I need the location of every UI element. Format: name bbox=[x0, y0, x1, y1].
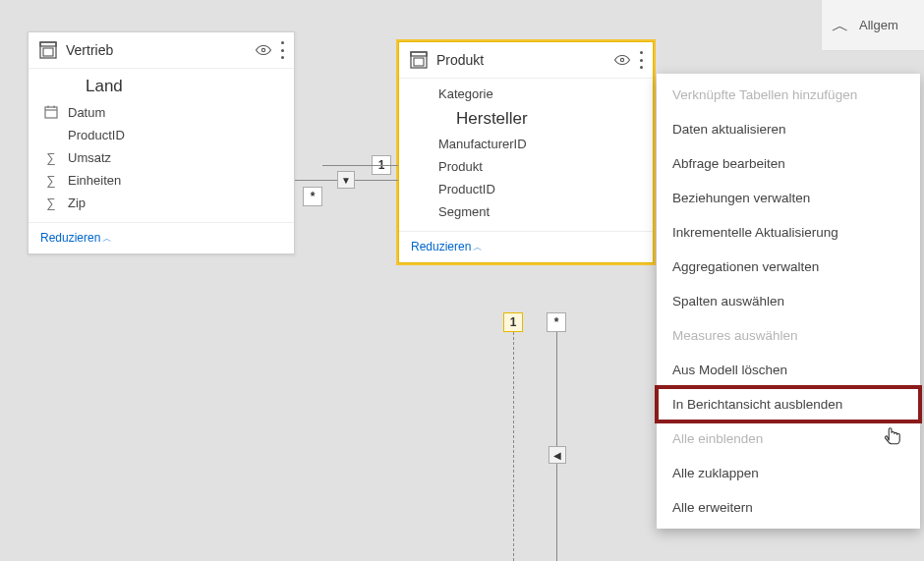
field-label: Hersteller bbox=[456, 109, 528, 129]
field-row[interactable]: ProductID bbox=[399, 178, 653, 200]
visibility-icon[interactable] bbox=[255, 41, 272, 59]
field-row[interactable]: ∑Zip bbox=[29, 192, 294, 214]
model-canvas[interactable]: Vertrieb Land Datum ProductID ∑Umsatz ∑E… bbox=[0, 0, 924, 561]
field-row[interactable]: Land bbox=[29, 73, 294, 100]
field-label: ProductID bbox=[68, 128, 125, 142]
cardinality-many: * bbox=[547, 312, 566, 332]
card-footer: Reduzieren︿ bbox=[29, 222, 294, 253]
ctx-refresh-data[interactable]: Daten aktualisieren bbox=[657, 112, 920, 146]
field-label: Datum bbox=[68, 105, 105, 120]
field-list: Land Datum ProductID ∑Umsatz ∑Einheiten … bbox=[29, 69, 294, 222]
table-title: Produkt bbox=[436, 52, 606, 68]
svg-rect-4 bbox=[45, 107, 57, 118]
cardinality-one: 1 bbox=[503, 312, 523, 332]
sigma-icon: ∑ bbox=[42, 150, 60, 165]
more-options-icon[interactable] bbox=[280, 41, 284, 59]
ctx-select-columns[interactable]: Spalten auswählen bbox=[657, 284, 920, 318]
field-label: Segment bbox=[438, 204, 490, 219]
field-row[interactable]: ∑Einheiten bbox=[29, 169, 294, 192]
context-menu: Verknüpfte Tabellen hinzufügen Daten akt… bbox=[657, 74, 920, 529]
card-footer: Reduzieren︿ bbox=[399, 231, 653, 262]
field-row[interactable]: ManufacturerID bbox=[399, 133, 653, 155]
svg-point-3 bbox=[261, 48, 264, 51]
card-header: Produkt bbox=[399, 42, 653, 79]
properties-pane-header[interactable]: ︿ Allgem bbox=[821, 0, 924, 51]
ctx-delete-from-model[interactable]: Aus Modell löschen bbox=[657, 353, 920, 387]
field-row[interactable]: Datum bbox=[29, 100, 294, 124]
ctx-add-related-tables: Verknüpfte Tabellen hinzufügen bbox=[657, 78, 920, 112]
field-label: ProductID bbox=[438, 182, 495, 196]
visibility-icon[interactable] bbox=[613, 51, 631, 69]
field-row[interactable]: Produkt bbox=[399, 155, 653, 178]
ctx-expand-all[interactable]: Alle erweitern bbox=[657, 490, 920, 525]
field-row[interactable]: Hersteller bbox=[399, 105, 653, 133]
table-card-produkt[interactable]: Produkt Kategorie Hersteller Manufacture… bbox=[398, 41, 654, 263]
field-label: Einheiten bbox=[68, 173, 121, 188]
collapse-label: Reduzieren bbox=[40, 231, 100, 245]
ctx-manage-aggregations[interactable]: Aggregationen verwalten bbox=[657, 250, 920, 284]
card-header: Vertrieb bbox=[29, 32, 294, 69]
field-row[interactable]: Kategorie bbox=[399, 83, 653, 105]
ctx-edit-query[interactable]: Abfrage bearbeiten bbox=[657, 146, 920, 181]
more-options-icon[interactable] bbox=[639, 51, 643, 69]
ctx-select-measures: Measures auswählen bbox=[657, 318, 920, 353]
chevron-up-icon: ︿ bbox=[473, 242, 483, 252]
svg-point-11 bbox=[620, 58, 623, 61]
sigma-icon: ∑ bbox=[42, 173, 60, 188]
svg-rect-9 bbox=[411, 52, 427, 56]
svg-rect-1 bbox=[40, 42, 56, 46]
field-row[interactable]: ProductID bbox=[29, 124, 294, 146]
pane-title: Allgem bbox=[859, 18, 898, 32]
field-list: Kategorie Hersteller ManufacturerID Prod… bbox=[399, 79, 653, 231]
collapse-link[interactable]: Reduzieren︿ bbox=[411, 240, 483, 253]
calendar-icon bbox=[42, 104, 60, 120]
svg-rect-2 bbox=[43, 48, 53, 56]
field-label: Kategorie bbox=[438, 86, 493, 101]
table-icon bbox=[409, 50, 429, 70]
field-row[interactable]: ∑Umsatz bbox=[29, 146, 294, 169]
table-icon bbox=[38, 40, 58, 60]
field-row[interactable]: Segment bbox=[399, 200, 653, 223]
relationship-line bbox=[322, 165, 398, 166]
table-title: Vertrieb bbox=[66, 42, 247, 58]
cardinality-many: * bbox=[303, 187, 322, 206]
filter-direction-icon: ▼ bbox=[337, 171, 355, 189]
field-label: Produkt bbox=[438, 159, 483, 174]
field-label: Zip bbox=[68, 196, 86, 210]
ctx-hide-in-report-view[interactable]: In Berichtansicht ausblenden bbox=[657, 387, 920, 421]
ctx-incremental-refresh[interactable]: Inkrementelle Aktualisierung bbox=[657, 215, 920, 250]
ctx-collapse-all[interactable]: Alle zuklappen bbox=[657, 456, 920, 490]
table-card-vertrieb[interactable]: Vertrieb Land Datum ProductID ∑Umsatz ∑E… bbox=[28, 31, 295, 254]
collapse-label: Reduzieren bbox=[411, 240, 471, 253]
field-label: Umsatz bbox=[68, 150, 111, 165]
field-label: Land bbox=[86, 77, 123, 96]
filter-direction-icon: ◀ bbox=[549, 446, 566, 464]
sigma-icon: ∑ bbox=[42, 196, 60, 210]
relationship-line[interactable] bbox=[513, 332, 514, 561]
collapse-link[interactable]: Reduzieren︿ bbox=[40, 231, 112, 245]
ctx-unhide-all: Alle einblenden bbox=[657, 421, 920, 456]
ctx-manage-relationships[interactable]: Beziehungen verwalten bbox=[657, 181, 920, 215]
chevron-up-icon: ︿ bbox=[102, 233, 112, 244]
svg-rect-10 bbox=[414, 58, 424, 66]
chevron-up-icon: ︿ bbox=[832, 14, 849, 37]
field-label: ManufacturerID bbox=[438, 137, 527, 151]
